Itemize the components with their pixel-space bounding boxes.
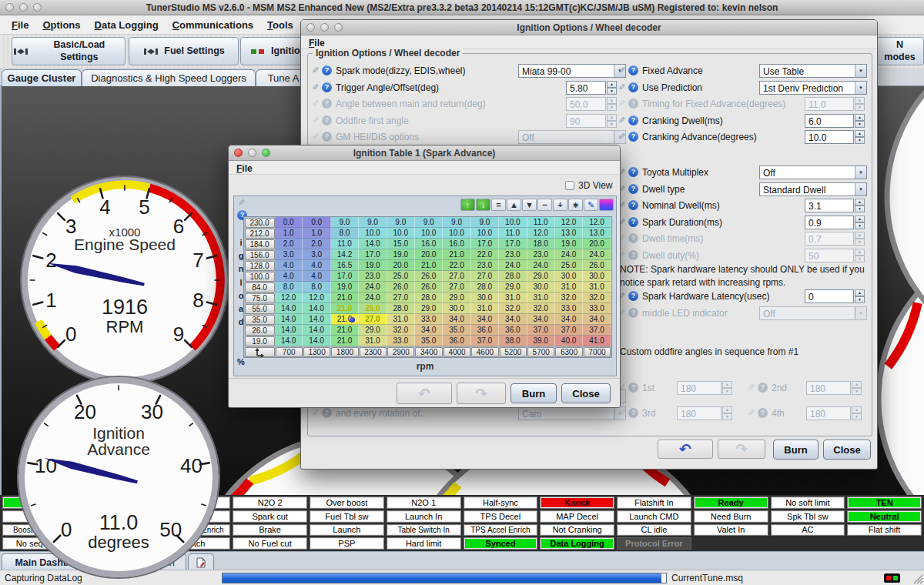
table-cell[interactable]: 27.0 — [359, 314, 387, 325]
menu-file[interactable]: File — [5, 17, 35, 33]
table-cell[interactable]: 34.0 — [583, 314, 611, 325]
table-cell[interactable]: 11.0 — [527, 217, 555, 228]
table-cell[interactable]: 10.0 — [415, 228, 443, 239]
table-cell[interactable]: 14.0 — [275, 336, 303, 346]
gradient-icon[interactable] — [599, 199, 614, 211]
help-icon[interactable]: ? — [758, 408, 768, 418]
table-cell[interactable]: 11.0 — [499, 228, 527, 239]
spinner-down-icon[interactable]: ▼ — [855, 137, 865, 144]
table-cell[interactable]: 31.0 — [471, 303, 499, 314]
menu-file[interactable]: File — [229, 162, 260, 175]
help-icon[interactable]: ? — [628, 383, 638, 393]
table-cell[interactable]: 4.0 — [275, 271, 303, 282]
x-axis-value[interactable]: 4600 — [471, 347, 498, 357]
table-cell[interactable]: 31.0 — [555, 282, 583, 292]
table-cell[interactable]: 36.0 — [499, 325, 527, 336]
table-cell[interactable]: 16.0 — [415, 239, 443, 249]
table-cell[interactable]: 8.0 — [303, 282, 330, 292]
table-cell[interactable]: 37.0 — [527, 325, 555, 336]
table-cell[interactable]: 34.0 — [555, 314, 583, 325]
table-cell[interactable]: 34.0 — [527, 314, 555, 325]
table-cell[interactable]: 17.0 — [499, 239, 527, 249]
help-icon[interactable]: ? — [322, 408, 332, 418]
table-cell[interactable]: 23.0 — [499, 249, 527, 260]
table-cell[interactable]: 33.0 — [583, 303, 611, 314]
x-axis-value[interactable]: 2300 — [360, 347, 387, 357]
y-axis-value[interactable]: 184.0 — [245, 239, 275, 249]
table-cell[interactable]: 37.0 — [583, 325, 611, 336]
table-cell[interactable]: 14.2 — [331, 249, 359, 260]
table-cell[interactable]: 10.0 — [359, 228, 387, 239]
table-cell[interactable]: 18.0 — [527, 239, 555, 249]
table-cell[interactable]: 27.0 — [443, 282, 470, 292]
y-axis-value[interactable]: 55.0 — [245, 304, 275, 314]
help-icon[interactable]: ? — [322, 82, 332, 92]
table-cell[interactable]: 16.0 — [443, 239, 470, 249]
table-cell[interactable]: 32.0 — [527, 303, 555, 314]
spinner-down-icon[interactable]: ▼ — [855, 206, 865, 212]
x-axis-value[interactable]: 4000 — [444, 347, 470, 357]
fuel-settings-button[interactable]: Fuel Settings — [129, 37, 239, 65]
plus-icon[interactable]: + — [553, 199, 567, 211]
redo-button[interactable]: ↷ — [457, 383, 506, 404]
table-cell[interactable]: 19.0 — [387, 249, 415, 260]
help-icon[interactable]: ? — [628, 99, 638, 109]
table-cell[interactable]: 9.0 — [331, 217, 359, 228]
burn-button[interactable]: Burn — [773, 440, 819, 460]
table-cell[interactable]: 24.0 — [527, 260, 555, 271]
table-cell[interactable]: 34.0 — [415, 325, 443, 336]
table-cell[interactable]: 9.0 — [359, 217, 387, 228]
table-cell[interactable]: 21.0 — [331, 292, 359, 303]
table-cell[interactable]: 23.0 — [471, 260, 499, 271]
option-spark-duration-spinner[interactable]: 0.9▲▼ — [805, 216, 865, 229]
table-cell[interactable]: 31.0 — [387, 314, 415, 325]
option-fixed-advance-dropdown[interactable]: Use Table▼ — [759, 64, 867, 78]
table-cell[interactable]: 35.0 — [415, 336, 443, 346]
help-icon[interactable]: ? — [628, 250, 638, 260]
table-cell[interactable]: 26.0 — [415, 271, 443, 282]
table-cell[interactable]: 28.0 — [471, 282, 499, 292]
help-icon[interactable]: ? — [628, 167, 638, 177]
table-cell[interactable]: 33.0 — [387, 336, 415, 346]
table-cell[interactable]: 37.0 — [471, 336, 499, 346]
help-icon[interactable]: ? — [758, 383, 768, 393]
table-cell[interactable]: 41.0 — [583, 336, 611, 346]
table-cell[interactable]: 11.0 — [331, 239, 359, 249]
table-cell[interactable]: 28.0 — [387, 303, 415, 314]
table-cell[interactable]: 8.0 — [275, 282, 303, 292]
table-cell[interactable]: 27.0 — [387, 292, 415, 303]
help-icon[interactable]: ? — [628, 184, 638, 194]
y-axis-value[interactable]: 156.0 — [245, 250, 275, 260]
view-3d-toggle[interactable]: 3D View — [565, 180, 612, 191]
spinner-up-icon[interactable]: ▲ — [855, 289, 865, 296]
spinner-up-icon[interactable]: ▲ — [855, 216, 865, 222]
option-trigger-angle-offset-spinner[interactable]: 5.80▲▼ — [566, 81, 617, 95]
help-icon[interactable]: ? — [628, 200, 638, 210]
option-spark-mode-dropdown[interactable]: Miata 99-00▼ — [518, 64, 626, 78]
option-cranking-advance-spinner[interactable]: 10.0▲▼ — [805, 130, 865, 144]
table-cell[interactable]: 21.0 — [331, 336, 359, 346]
y-axis-value[interactable]: 128.0 — [245, 261, 275, 271]
help-icon[interactable]: ? — [322, 65, 332, 75]
help-icon[interactable]: ? — [628, 233, 638, 243]
table-cell[interactable]: 25.0 — [555, 260, 583, 271]
table-cell[interactable]: 26.0 — [583, 260, 611, 271]
table-cell[interactable]: 19.0 — [555, 239, 583, 249]
table-cell[interactable]: 24.0 — [359, 282, 387, 292]
y-axis-value[interactable]: 212.0 — [245, 229, 275, 239]
table-cell[interactable]: 29.0 — [499, 282, 527, 292]
basic-load-settings-button[interactable]: Basic/Load Settings — [12, 37, 126, 65]
table-cell[interactable]: 29.0 — [443, 292, 470, 303]
table-cell[interactable]: 25.0 — [359, 303, 387, 314]
table-cell[interactable]: 30.0 — [443, 303, 470, 314]
table-cell[interactable]: 15.0 — [387, 239, 415, 249]
table-cell[interactable]: 40.0 — [555, 336, 583, 346]
undo-button[interactable]: ↶ — [397, 383, 452, 404]
help-icon[interactable]: ? — [628, 408, 638, 418]
table-cell[interactable]: 13.0 — [555, 228, 583, 239]
table-cell[interactable]: 30.0 — [555, 271, 583, 282]
modes-button[interactable]: N modes — [875, 37, 924, 65]
y-axis-value[interactable]: 100.0 — [245, 272, 275, 282]
burn-button[interactable]: Burn — [511, 383, 557, 403]
table-cell[interactable]: 29.0 — [527, 271, 555, 282]
